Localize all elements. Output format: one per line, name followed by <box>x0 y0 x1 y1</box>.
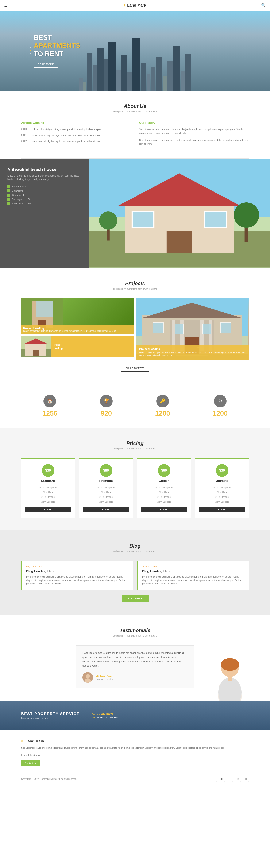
social-facebook[interactable]: f <box>211 776 217 782</box>
projects-btn-wrap: Full Projects <box>21 365 249 372</box>
signup-button-premium[interactable]: Sign Up <box>83 506 129 513</box>
testimonials-wrapper: Nam libero tempore, cum soluta nobis est… <box>21 645 249 688</box>
footer-social: f g+ t in p <box>211 776 249 782</box>
stat-icon-3: 🔑 <box>156 395 169 407</box>
awards-title: Awards Winning <box>21 121 131 124</box>
pricing-feature-ultimate-3: 2GB Storage <box>199 495 245 499</box>
hero-section: BEST APARTMENTS TO RENT Read More <box>0 10 270 91</box>
stats-section: 🏠 1256 🏆 920 🔑 1200 ⚙ 1200 <box>0 384 270 428</box>
about-title: About Us <box>21 103 249 109</box>
svg-rect-14 <box>36 301 53 317</box>
hero-cta-button[interactable]: Read More <box>34 61 58 68</box>
pricing-ultimate: $30 Ultimate 5GB Disk Space One User 2GB… <box>195 458 249 518</box>
signup-button-standard[interactable]: Sign Up <box>25 506 71 513</box>
feature-list: Bedrooms : 7 Bathrooms : 4 Garages : 1 P… <box>7 185 81 205</box>
feature-bathrooms: Bathrooms : 4 <box>12 190 26 192</box>
cta-call-label: Call Us Now <box>92 712 118 715</box>
brand: ✈ Land Mark <box>123 3 146 8</box>
projects-left: Project Heading Lorem consetquat ipsidum… <box>21 299 134 360</box>
testimonial-text-1: Nam libero tempore, cum soluta nobis est… <box>82 651 188 668</box>
blog-grid: May 13th 2013 Blog Heading Here Lorem co… <box>21 561 249 590</box>
social-google[interactable]: g+ <box>219 776 225 782</box>
hero-line1: BEST <box>34 34 52 41</box>
social-linkedin[interactable]: in <box>235 776 241 782</box>
pricing-feature-standard-4: 24/7 Support <box>25 500 71 504</box>
signup-button-golden[interactable]: Sign Up <box>141 506 187 513</box>
svg-rect-21 <box>33 350 39 356</box>
pricing-name-golden: Golden <box>141 479 187 483</box>
timeline-text-2010: Lolore dolor sit dignissit agric cumque … <box>32 128 102 131</box>
pricing-subtitle: sed quis nim numquam nam orum lentpara <box>21 447 249 450</box>
stat-number-1: 1256 <box>43 409 57 417</box>
pricing-name-ultimate: Ultimate <box>199 479 245 483</box>
feature-item: Area : 1500.00 M² <box>7 202 81 205</box>
about-subtitle: sed quis nim numquam nam orum lentpara <box>21 110 249 113</box>
feature-desc: Enjoy a refreshing time on your own best… <box>7 174 81 181</box>
house-illustration <box>88 159 270 268</box>
pricing-title: Pricing <box>21 440 249 446</box>
blog-title: Blog <box>21 543 249 549</box>
cta-banner: BEST PROPERTY SERVICE Lorem ipsum dolor … <box>0 701 270 730</box>
cta-phone-number: ☎ +1 234 567 890 <box>97 716 118 719</box>
menu-icon[interactable]: ☰ <box>4 3 7 8</box>
stat-2: 🏆 920 <box>100 395 113 417</box>
feature-item: Parking areas : 5 <box>7 198 81 201</box>
social-pinterest[interactable]: p <box>243 776 249 782</box>
author-avatar-1 <box>82 672 93 683</box>
project-card-3: Project Heading <box>21 336 134 358</box>
feature-image <box>88 159 270 268</box>
footer-text: Sed ut perspectatis onde omnis iste tatu… <box>21 746 249 757</box>
signup-button-ultimate[interactable]: Sign Up <box>199 506 245 513</box>
full-news-button[interactable]: Full News <box>122 595 148 602</box>
author-name: Michael Doe <box>96 675 113 678</box>
svg-rect-34 <box>202 324 211 334</box>
feature-bedrooms: Bedrooms : 7 <box>12 185 26 188</box>
pricing-premium: $80 Premium 5GB Disk Space One User 2GB … <box>79 458 133 518</box>
footer-bottom: Copyright © 2024 Company Name. All right… <box>21 773 249 782</box>
history-text-2: Sed ut perspectatis onde omnis iste natu… <box>139 138 249 146</box>
pricing-section: Pricing sed quis nim numquam nam orum le… <box>0 428 270 530</box>
svg-rect-47 <box>228 677 232 681</box>
svg-rect-31 <box>153 323 163 333</box>
stat-icon-2: 🏆 <box>100 395 113 407</box>
project-heading-3: Project <box>53 343 132 346</box>
brand-name: Land Mark <box>127 3 146 8</box>
full-projects-button[interactable]: Full Projects <box>121 365 149 372</box>
project-heading-1: Project Heading <box>23 327 132 330</box>
search-icon[interactable]: 🔍 <box>261 3 266 8</box>
hero-content: BEST APARTMENTS TO RENT Read More <box>0 33 114 68</box>
pricing-feature-golden-4: 24/7 Support <box>141 500 187 504</box>
feature-garages: Garages : 1 <box>12 194 24 196</box>
cta-phone: ☎ ☎ +1 234 567 890 <box>92 716 118 719</box>
feature-parking: Parking areas : 5 <box>12 198 30 200</box>
year-2010: 2010 <box>21 128 28 131</box>
year-2012: 2012 <box>21 140 28 143</box>
blog-section: Blog sed quis nim numquam nam orum lentp… <box>0 530 270 615</box>
pricing-feature-golden-3: 2GB Storage <box>141 495 187 499</box>
testimonial-author-1: Michael Doe Creative Director <box>82 672 188 683</box>
feature-icon <box>7 202 10 205</box>
stat-number-4: 1200 <box>213 409 227 417</box>
social-twitter[interactable]: t <box>227 776 233 782</box>
navbar: ☰ ✈ Land Mark 🔍 <box>0 0 270 10</box>
about-section: About Us sed quis nim numquam nam orum l… <box>0 91 270 158</box>
timeline-text-2012: lorem dolor sit dignissit agric cumque s… <box>32 140 101 143</box>
feature-content: A Beautiful beach house Enjoy a refreshi… <box>0 159 88 268</box>
projects-section: Projects sed quis nim numquam nam orum l… <box>0 268 270 384</box>
pricing-feature-standard-3: 2GB Storage <box>25 495 71 499</box>
footer-contact-button[interactable]: Contact Us <box>21 761 40 766</box>
stat-1: 🏠 1256 <box>43 395 57 417</box>
feature-item: Garages : 1 <box>7 193 81 196</box>
footer-logo-icon: ✈ <box>21 739 24 744</box>
project-image-3 <box>21 336 51 358</box>
footer-brand-name: Land Mark <box>25 739 44 744</box>
testimonial-card-1: Nam libero tempore, cum soluta nobis est… <box>76 645 194 688</box>
blog-date-2: June 13th 2020 <box>142 565 245 568</box>
timeline-item: 2010 Lolore dolor sit dignissit agric cu… <box>21 128 131 131</box>
svg-point-11 <box>99 212 117 229</box>
project-heading-2: Project Heading <box>139 347 246 350</box>
svg-rect-7 <box>205 212 226 228</box>
svg-point-44 <box>221 658 239 671</box>
project-card-1: Project Heading Lorem consetquat ipsidum… <box>21 299 134 334</box>
timeline-item: 2012 lorem dolor sit dignissit agric cum… <box>21 140 131 143</box>
